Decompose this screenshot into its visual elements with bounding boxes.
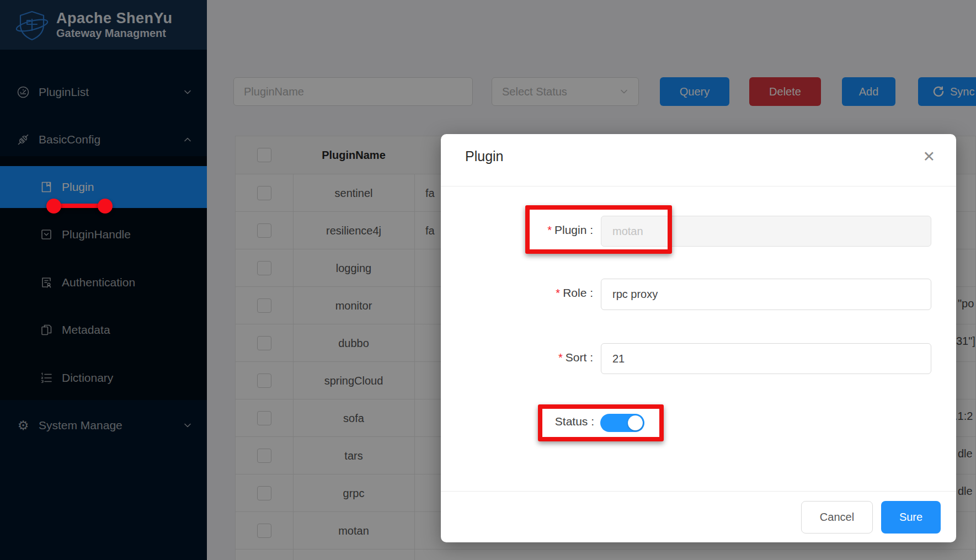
sure-button[interactable]: Sure bbox=[881, 501, 941, 534]
toggle-knob bbox=[628, 415, 643, 430]
modal-header-divider bbox=[441, 186, 956, 186]
role-field-input[interactable]: rpc proxy bbox=[601, 279, 931, 310]
required-marker: * bbox=[558, 351, 563, 364]
modal-title: Plugin bbox=[465, 148, 504, 164]
required-marker: * bbox=[556, 287, 560, 299]
status-field-label: Status : bbox=[441, 415, 594, 428]
plugin-field-value: motan bbox=[612, 225, 643, 238]
app-window: PluginName Select Status Query Delete Ad… bbox=[0, 0, 976, 560]
cancel-button[interactable]: Cancel bbox=[801, 501, 873, 534]
modal-footer-divider bbox=[441, 491, 956, 492]
plugin-field-label: *Plugin : bbox=[441, 223, 593, 237]
status-toggle[interactable] bbox=[600, 414, 644, 432]
sort-field-value: 21 bbox=[612, 353, 625, 365]
required-marker: * bbox=[547, 224, 552, 236]
plugin-field-input: motan bbox=[601, 216, 931, 247]
close-icon[interactable]: ✕ bbox=[922, 150, 935, 164]
sort-field-input[interactable]: 21 bbox=[601, 343, 931, 374]
role-field-label: *Role : bbox=[441, 286, 593, 300]
role-field-value: rpc proxy bbox=[612, 288, 658, 301]
sort-field-label: *Sort : bbox=[441, 351, 593, 364]
plugin-modal: Plugin ✕ *Plugin : motan *Role : rpc pro… bbox=[441, 134, 956, 542]
